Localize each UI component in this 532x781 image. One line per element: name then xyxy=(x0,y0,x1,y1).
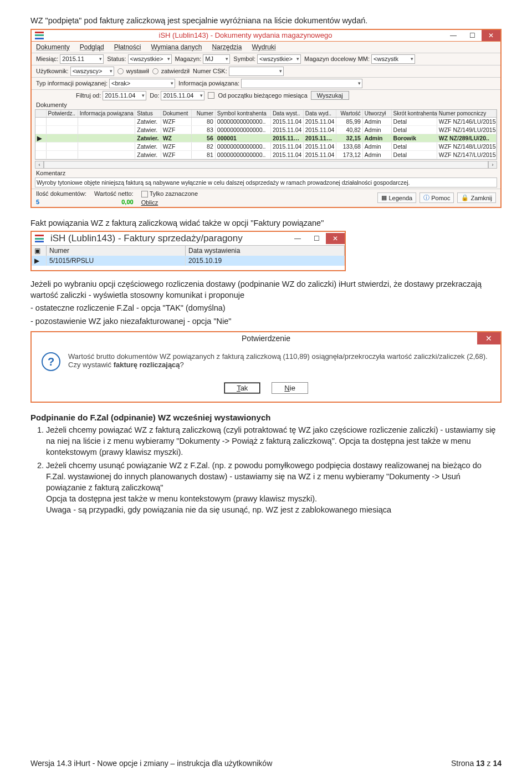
dialog-title: Potwierdzenie xyxy=(242,334,290,343)
col-marker xyxy=(35,110,47,117)
table-row[interactable]: Zatwier.WZF8200000000000000..2015.11.042… xyxy=(35,143,497,151)
menu-platnosci[interactable]: Płatności xyxy=(114,43,141,51)
date-do[interactable]: 2015.11.04 xyxy=(161,91,204,100)
confirm-dialog: Potwierdzenie ✕ ? Wartość brutto dokumen… xyxy=(30,331,502,403)
menu-narzedzia[interactable]: Narzędzia xyxy=(212,43,242,51)
maximize-button[interactable]: ☐ xyxy=(463,30,482,41)
zamknij-button[interactable]: 🔒Zamknij xyxy=(457,192,496,203)
menu-wymiana[interactable]: Wymiana danych xyxy=(151,43,202,51)
value-ilosc: 5 xyxy=(36,199,39,205)
label-symbol: Symbol: xyxy=(233,55,255,62)
combo-user[interactable]: <wszyscy> xyxy=(70,67,114,76)
label-do: Do: xyxy=(150,92,159,99)
komentarz-text: Wyroby tytoniowe objęte niniejszą faktur… xyxy=(35,178,497,187)
col-symbol[interactable]: Symbol kontrahenta xyxy=(216,110,271,117)
oblicz-link[interactable]: Oblicz xyxy=(141,199,158,206)
label-od-poczatku: Od początku bieżącego miesiąca xyxy=(218,92,307,99)
list-item-2: Jeżeli chcemy usunąć powiązanie WZ z F.Z… xyxy=(46,460,502,515)
para-3: Jeżeli po wybraniu opcji częściowego roz… xyxy=(30,279,502,301)
h-scrollbar[interactable]: ‹› xyxy=(35,161,497,169)
cell-numer: 5/1015/RPSLU xyxy=(47,256,186,266)
pomoc-button[interactable]: ⓘPomoc xyxy=(420,192,454,203)
wyszukaj-button[interactable]: Wyszukaj xyxy=(311,91,349,100)
combo-symbol[interactable]: <wszystkie> xyxy=(257,54,301,64)
radio-zatwierdzil[interactable] xyxy=(152,68,158,74)
col-info[interactable]: Informacja powiązana xyxy=(78,110,136,117)
combo-status[interactable]: <wszystkie> xyxy=(128,54,172,64)
col-datawyst[interactable]: Data wyst.. xyxy=(271,110,304,117)
no-button[interactable]: Nie xyxy=(272,382,308,394)
komentarz-label: Komentarz xyxy=(32,170,500,176)
combo-magazyn[interactable]: MJ xyxy=(203,54,230,64)
combo-miesiac[interactable]: 2015.11 xyxy=(60,54,104,64)
table-row[interactable]: Zatwier.WZF8300000000000000..2015.11.042… xyxy=(35,126,497,134)
combo-typ-info[interactable]: <brak> xyxy=(109,79,175,88)
col-utworzyl[interactable]: Utworzył xyxy=(363,110,392,117)
para-2: Fakt powiązania WZ z fakturą zaliczkową … xyxy=(30,218,502,229)
col-dokument[interactable]: Dokument xyxy=(161,110,192,117)
minimize-button[interactable]: — xyxy=(288,233,307,244)
col-marker: ▣ xyxy=(32,246,47,256)
label-info-pow: Informacja powiązana: xyxy=(178,80,239,87)
footer-right: Strona 13 z 14 xyxy=(451,759,502,768)
close-button[interactable]: ✕ xyxy=(482,30,500,41)
col-wartosc[interactable]: Wartość xyxy=(336,110,363,117)
col-potwierdz[interactable]: Potwierdz.. xyxy=(47,110,78,117)
window-title: iSH (Lublin143) - Dokumenty wydania maga… xyxy=(47,31,444,39)
toolbar-row-3: Typ informacji powiązanej:<brak> Informa… xyxy=(32,77,500,89)
maximize-button[interactable]: ☐ xyxy=(307,233,326,244)
book-icon: ▦ xyxy=(381,194,387,201)
page-footer: Wersja 14.3 iHurt - Nowe opcje i zmiany … xyxy=(30,759,502,768)
mini-grid-header: ▣ Numer Data wystawienia xyxy=(32,245,345,256)
col-datawyd[interactable]: Data wyd.. xyxy=(304,110,336,117)
minimize-button[interactable]: — xyxy=(444,30,463,41)
faktury-window: iSH (Lublin143) - Faktury sprzedaży/para… xyxy=(30,231,346,271)
col-numerpom[interactable]: Numer pomocniczy xyxy=(437,110,497,117)
question-icon: ? xyxy=(42,352,60,371)
col-numer[interactable]: Numer xyxy=(192,110,216,117)
label-typ-info: Typ informacji powiązanej: xyxy=(36,80,108,87)
yes-button[interactable]: Tak xyxy=(224,382,260,394)
intro-text: WZ "podpięta" pod fakturę zaliczkową jes… xyxy=(30,16,502,27)
col-data[interactable]: Data wystawienia xyxy=(186,246,345,256)
radio-wystawil[interactable] xyxy=(117,68,124,74)
menu-dokumenty[interactable]: Dokumenty xyxy=(36,43,70,51)
col-skrot[interactable]: Skrót kontrahenta xyxy=(392,110,437,117)
app-icon xyxy=(35,235,44,242)
input-csk[interactable] xyxy=(229,67,284,76)
checkbox-od-poczatku[interactable] xyxy=(208,92,214,99)
toolbar-row-1: Miesiąc:2015.11 Status:<wszystkie> Magaz… xyxy=(32,53,500,65)
table-row[interactable]: Zatwier.WZF8100000000000000..2015.11.042… xyxy=(35,151,497,159)
legenda-button[interactable]: ▦Legenda xyxy=(377,192,416,203)
toolbar-row-4: Filtruj od:2015.11.04 Do:2015.11.04 Od p… xyxy=(32,89,500,102)
col-status[interactable]: Status xyxy=(135,110,161,117)
statusbar: Ilość dokumentów: 5 Wartość netto: 0,00 … xyxy=(32,189,500,207)
grid-header: Potwierdz.. Informacja powiązana Status … xyxy=(35,110,497,118)
lock-icon: 🔒 xyxy=(461,194,469,201)
para-3c: - pozostawienie WZ jako niezafakturowane… xyxy=(30,316,502,327)
label-wartosc-netto: Wartość netto: xyxy=(94,190,134,197)
dialog-line-2: Czy wystawić fakturę rozliczającą? xyxy=(68,361,488,369)
scroll-left-icon[interactable]: ‹ xyxy=(35,161,44,169)
main-window: iSH (Lublin143) - Dokumenty wydania maga… xyxy=(30,29,502,208)
dialog-close-button[interactable]: ✕ xyxy=(477,332,500,344)
toolbar-row-2: Użytkownik:<wszyscy> wystawił zatwierdzi… xyxy=(32,65,500,77)
close-button[interactable]: ✕ xyxy=(326,233,345,244)
mini-grid-row[interactable]: ▶ 5/1015/RPSLU 2015.10.19 xyxy=(32,256,345,266)
label-wystawil: wystawił xyxy=(126,68,149,74)
dialog-line-1: Wartość brutto dokumentów WZ powiązanych… xyxy=(68,352,488,361)
menu-wydruki[interactable]: Wydruki xyxy=(252,43,275,51)
documents-grid[interactable]: Potwierdz.. Informacja powiązana Status … xyxy=(35,109,497,160)
label-ilosc: Ilość dokumentów: xyxy=(36,190,86,197)
footer-left: Wersja 14.3 iHurt - Nowe opcje i zmiany … xyxy=(30,759,272,768)
list-item-1: Jeżeli chcemy powiązać WZ z fakturą zali… xyxy=(46,424,502,458)
table-row[interactable]: ▶Zatwier.WZ560000012015.11…2015.11…32,15… xyxy=(35,134,497,143)
col-numer[interactable]: Numer xyxy=(47,246,186,256)
checkbox-tylko-zazn[interactable] xyxy=(141,191,148,197)
menu-podglad[interactable]: Podgląd xyxy=(80,43,104,51)
table-row[interactable]: Zatwier.WZF8000000000000000..2015.11.042… xyxy=(35,118,497,126)
input-info-pow[interactable] xyxy=(241,79,362,88)
scroll-right-icon[interactable]: › xyxy=(488,161,497,169)
combo-magd[interactable]: <wszystk xyxy=(371,54,415,64)
date-od[interactable]: 2015.11.04 xyxy=(103,91,146,100)
